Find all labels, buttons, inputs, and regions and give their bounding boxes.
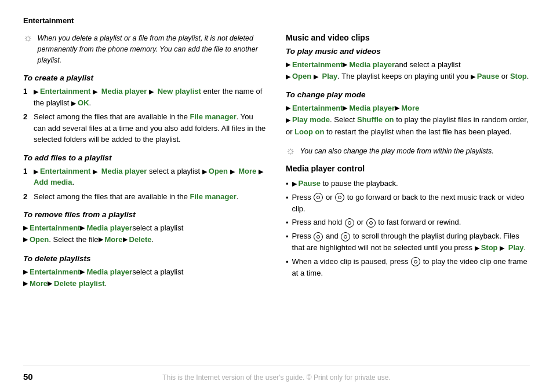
- section-add-files: To add files to a playlist 1 ▶Entertainm…: [23, 153, 267, 203]
- kw-ok: OK: [78, 98, 89, 107]
- kw-delete-playlist: Delete playlist: [54, 278, 104, 290]
- arrow-icon: ▶: [123, 235, 128, 244]
- mode-row2: ▶Play mode. Select Shuffle on to play th…: [286, 114, 530, 137]
- play-music-list: ▶Entertainment ▶ Media player and select…: [286, 59, 530, 82]
- add-files-step1: 1 ▶Entertainment ▶ Media player select a…: [23, 166, 267, 188]
- mode-row1: ▶Entertainment ▶ Media player ▶ More: [286, 102, 530, 114]
- circle-inner: [338, 196, 341, 199]
- section-title-delete-playlists: To delete playlists: [23, 254, 267, 263]
- create-playlist-step2: 2 Select among the files that are availa…: [23, 111, 267, 145]
- arrow-icon: ▶: [286, 60, 290, 69]
- right-main-title: Music and video clips: [286, 33, 530, 42]
- arrow-icon: ▶: [23, 223, 28, 233]
- kw-media-player: Media player: [349, 102, 395, 114]
- change-play-mode-list: ▶Entertainment ▶ Media player ▶ More ▶Pl…: [286, 102, 530, 137]
- right-column: Music and video clips To play music and …: [286, 33, 530, 298]
- section-title-play-music: To play music and videos: [286, 47, 530, 56]
- circle-btn-icon: [341, 232, 350, 241]
- kw-more: More: [105, 234, 123, 246]
- kw-open: Open: [209, 167, 228, 175]
- bullet-icon: •: [286, 217, 289, 229]
- arrow-icon: ▶: [475, 244, 479, 251]
- step-number: 2: [23, 191, 30, 203]
- arrow-icon: ▶: [23, 279, 28, 288]
- kw-open: Open: [30, 234, 49, 246]
- arrow-icon: ▶: [48, 279, 52, 288]
- bullet-icon: •: [286, 231, 289, 254]
- arrow-icon: ▶: [230, 168, 235, 175]
- arrow-icon: ▶: [34, 168, 38, 175]
- create-playlist-list: 1 ▶Entertainment ▶ Media player ▶ New pl…: [23, 86, 267, 145]
- arrow-icon: ▶: [314, 73, 318, 80]
- bullet-fast-forward: • Press and hold or to fast forward or r…: [286, 217, 530, 229]
- bullet-video-paused: • When a video clip is paused, press to …: [286, 256, 530, 279]
- kw-pause: Pause: [477, 72, 499, 80]
- arrow-icon: ▶: [500, 244, 504, 251]
- bullet-forward-back-text: Press or to go forward or back to the ne…: [292, 192, 530, 215]
- bullet-video-paused-text: When a video clip is paused, press to pl…: [292, 256, 530, 279]
- arrow-icon: ▶: [286, 103, 290, 113]
- step2-content: Select among the files that are availabl…: [34, 111, 267, 145]
- circle-inner: [369, 221, 373, 225]
- kw-stop: Stop: [510, 72, 527, 80]
- circle-inner: [348, 221, 351, 225]
- main-columns: ☼ When you delete a playlist or a file f…: [23, 33, 530, 298]
- step-number: 2: [23, 111, 30, 145]
- page: Entertainment ☼ When you delete a playli…: [0, 0, 553, 392]
- kw-entertainment: Entertainment: [292, 102, 343, 114]
- section-title-change-play-mode: To change play mode: [286, 90, 530, 99]
- circle-btn-icon: [345, 218, 354, 228]
- add-files-list: 1 ▶Entertainment ▶ Media player select a…: [23, 166, 267, 203]
- kw-shuffle-on: Shuffle on: [357, 115, 394, 124]
- create-playlist-step1: 1 ▶Entertainment ▶ Media player ▶ New pl…: [23, 86, 267, 108]
- section-title-media-player-control: Media player control: [286, 164, 530, 173]
- kw-entertainment: Entertainment: [30, 266, 80, 278]
- remove-row1: ▶Entertainment ▶ Media player select a p…: [23, 222, 267, 234]
- kw-play-mode: Play mode: [292, 115, 330, 124]
- circle-btn-icon: [411, 257, 420, 266]
- bullet-pause-text: ▶Pause to pause the playback.: [292, 178, 398, 190]
- media-control-list: • ▶Pause to pause the playback. • Press …: [286, 178, 530, 279]
- bullet-icon: •: [286, 192, 289, 215]
- remove-files-list: ▶Entertainment ▶ Media player select a p…: [23, 222, 267, 246]
- step2-content: Select among the files that are availabl…: [34, 191, 238, 203]
- kw-file-manager: File manager: [190, 112, 237, 121]
- section-create-playlist: To create a playlist 1 ▶Entertainment ▶ …: [23, 74, 267, 145]
- kw-media-player: Media player: [101, 87, 147, 96]
- section-remove-files: To remove files from a playlist ▶Enterta…: [23, 210, 267, 246]
- kw-delete: Delete: [129, 234, 152, 246]
- arrow-icon: ▶: [292, 180, 297, 187]
- bullet-forward-back: • Press or to go forward or back to the …: [286, 192, 530, 215]
- step1-content: ▶Entertainment ▶ Media player select a p…: [34, 166, 267, 188]
- footer-disclaimer: This is the Internet version of the user…: [162, 373, 390, 382]
- arrow-icon: ▶: [286, 116, 290, 123]
- section-delete-playlists: To delete playlists ▶Entertainment ▶ Med…: [23, 254, 267, 290]
- arrow-icon: ▶: [93, 88, 97, 95]
- section-media-player-control: Media player control • ▶Pause to pause t…: [286, 164, 530, 279]
- left-column: ☼ When you delete a playlist or a file f…: [23, 33, 267, 298]
- arrow-icon: ▶: [99, 235, 103, 244]
- section-title-add-files: To add files to a playlist: [23, 153, 267, 162]
- kw-pause: Pause: [299, 179, 321, 188]
- tip-text-play-mode: You can also change the play mode from w…: [300, 146, 494, 157]
- arrow-icon: ▶: [80, 223, 85, 233]
- bullet-icon: •: [286, 178, 289, 190]
- kw-more: More: [30, 278, 48, 290]
- circle-btn-icon: [314, 232, 323, 241]
- kw-open: Open: [292, 72, 311, 80]
- kw-loop-on: Loop on: [294, 127, 324, 136]
- bullet-pause: • ▶Pause to pause the playback.: [286, 178, 530, 190]
- kw-media-player: Media player: [101, 167, 147, 175]
- arrow-icon: ▶: [80, 267, 85, 277]
- kw-more: More: [401, 102, 419, 114]
- arrow-icon: ▶: [286, 73, 290, 80]
- remove-row2: ▶Open. Select the file ▶ More ▶ Delete.: [23, 234, 267, 246]
- step-number: 1: [23, 86, 30, 108]
- circle-btn-icon: [335, 193, 344, 202]
- kw-entertainment: Entertainment: [30, 222, 80, 234]
- arrow-icon: ▶: [259, 168, 263, 175]
- bullet-fast-forward-text: Press and hold or to fast forward or rew…: [292, 217, 461, 229]
- kw-entertainment: Entertainment: [40, 87, 90, 96]
- kw-media-player: Media player: [86, 222, 132, 234]
- section-title-remove-files: To remove files from a playlist: [23, 210, 267, 219]
